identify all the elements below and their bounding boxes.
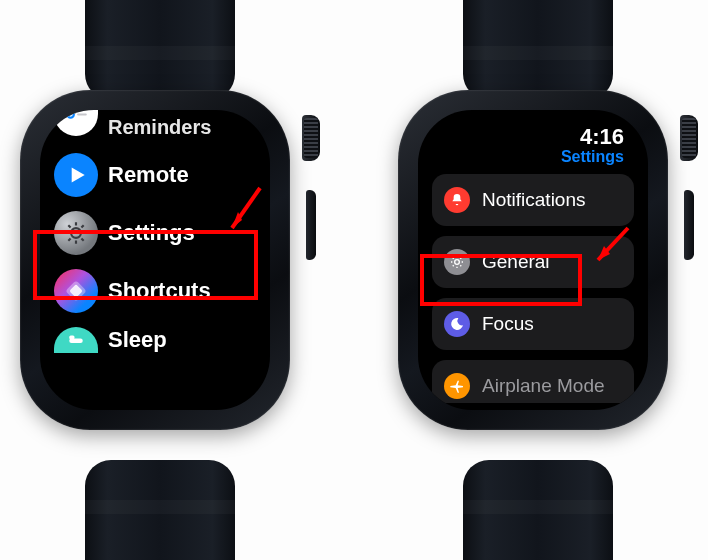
airplane-icon xyxy=(444,373,470,399)
settings-row-notifications[interactable]: Notifications xyxy=(432,174,634,226)
app-row-sleep[interactable]: Sleep xyxy=(50,320,260,353)
row-label: Notifications xyxy=(482,189,586,211)
status-bar: 4:16 Settings xyxy=(428,124,638,174)
svg-point-1 xyxy=(70,113,72,115)
shortcuts-icon xyxy=(54,269,98,313)
watch-screen: Reminders Remote Settings Shortcuts xyxy=(40,110,270,410)
app-label: Reminders xyxy=(108,116,211,139)
app-label: Remote xyxy=(108,162,189,188)
sleep-icon xyxy=(54,327,98,353)
watch-case: 4:16 Settings Notifications General xyxy=(398,90,668,430)
svg-point-3 xyxy=(71,228,81,238)
settings-list: Notifications General Focus xyxy=(428,174,638,383)
row-label: Focus xyxy=(482,313,534,335)
watch-band-bottom xyxy=(85,460,235,560)
app-label: Sleep xyxy=(108,327,167,353)
settings-row-focus[interactable]: Focus xyxy=(432,298,634,350)
svg-point-8 xyxy=(455,260,460,265)
row-label: Airplane Mode xyxy=(482,375,605,397)
watch-case: Reminders Remote Settings Shortcuts xyxy=(20,90,290,430)
reminders-icon xyxy=(54,110,98,136)
watch-screen: 4:16 Settings Notifications General xyxy=(418,110,648,410)
watch-settings: 4:16 Settings Notifications General xyxy=(388,10,688,550)
bell-icon xyxy=(444,187,470,213)
moon-icon xyxy=(444,311,470,337)
screen-title: Settings xyxy=(561,148,624,166)
settings-row-general[interactable]: General xyxy=(432,236,634,288)
svg-rect-2 xyxy=(77,113,87,115)
watch-band-top xyxy=(463,0,613,100)
clock-time: 4:16 xyxy=(580,124,624,150)
settings-row-airplane[interactable]: Airplane Mode xyxy=(432,360,634,403)
digital-crown[interactable] xyxy=(302,115,320,161)
digital-crown[interactable] xyxy=(680,115,698,161)
watch-app-list: Reminders Remote Settings Shortcuts xyxy=(10,10,310,550)
app-row-settings[interactable]: Settings xyxy=(50,204,260,262)
watch-band-top xyxy=(85,0,235,100)
side-button[interactable] xyxy=(306,190,316,260)
watch-band-bottom xyxy=(463,460,613,560)
app-row-remote[interactable]: Remote xyxy=(50,146,260,204)
gear-icon xyxy=(444,249,470,275)
app-label: Shortcuts xyxy=(108,278,211,304)
svg-rect-7 xyxy=(69,336,74,340)
side-button[interactable] xyxy=(684,190,694,260)
app-row-reminders[interactable]: Reminders xyxy=(50,120,260,146)
row-label: General xyxy=(482,251,550,273)
settings-icon xyxy=(54,211,98,255)
remote-icon xyxy=(54,153,98,197)
app-row-shortcuts[interactable]: Shortcuts xyxy=(50,262,260,320)
app-label: Settings xyxy=(108,220,195,246)
